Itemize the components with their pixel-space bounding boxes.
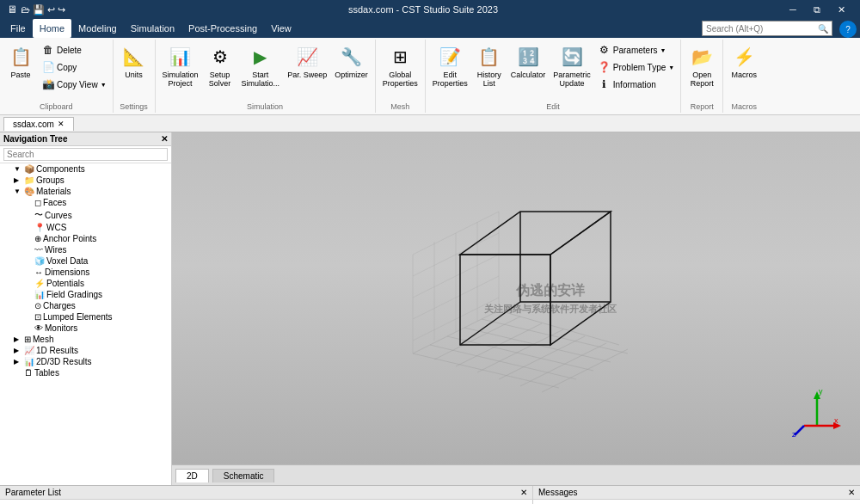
optimizer-button[interactable]: 🔧 Optimizer <box>331 41 372 81</box>
copy-view-button[interactable]: 📸 Copy View ▼ <box>39 76 109 93</box>
param-panel-close[interactable]: ✕ <box>520 488 527 497</box>
doc-tab-close[interactable]: ✕ <box>58 120 64 128</box>
nav-item-charges[interactable]: ⊙ Charges <box>0 300 171 311</box>
restore-button[interactable]: ⧉ <box>805 0 829 19</box>
start-simulation-button[interactable]: ▶ StartSimulatio... <box>238 41 284 89</box>
nav-item-monitors[interactable]: 👁 Monitors <box>0 323 171 334</box>
simulation-project-button[interactable]: 📊 SimulationProject <box>159 41 202 89</box>
parametric-update-button[interactable]: 🔄 ParametricUpdate <box>550 41 594 89</box>
nav-item-dimensions[interactable]: ↔ Dimensions <box>0 267 171 278</box>
calculator-button[interactable]: 🔢 Calculator <box>507 41 550 81</box>
mesh-icon: ⊞ <box>24 335 31 344</box>
units-button[interactable]: 📐 Units <box>117 41 151 81</box>
anchor-points-label: Anchor Points <box>43 234 96 243</box>
par-sweep-button[interactable]: 📈 Par. Sweep <box>284 41 330 81</box>
parameters-button[interactable]: ⚙ Parameters ▼ <box>595 41 677 58</box>
nav-item-potentials[interactable]: ⚡ Potentials <box>0 278 171 289</box>
information-button[interactable]: ℹ Information <box>595 76 677 93</box>
doc-tab-ssdax[interactable]: ssdax.com ✕ <box>3 117 74 131</box>
qa-save[interactable]: 💾 <box>33 4 45 15</box>
setup-solver-label: SetupSolver <box>209 71 231 88</box>
nav-item-faces[interactable]: ◻ Faces <box>0 197 171 208</box>
menu-simulation[interactable]: Simulation <box>124 19 181 38</box>
mesh-buttons: ⊞ GlobalProperties <box>379 41 421 101</box>
svg-line-0 <box>413 353 559 388</box>
potentials-icon: ⚡ <box>34 279 45 288</box>
open-report-button[interactable]: 📂 OpenReport <box>685 41 719 89</box>
global-properties-button[interactable]: ⊞ GlobalProperties <box>379 41 421 89</box>
setup-solver-button[interactable]: ⚙ SetupSolver <box>203 41 237 89</box>
menu-postprocessing[interactable]: Post-Processing <box>181 19 264 38</box>
delete-button[interactable]: 🗑 Delete <box>39 41 109 58</box>
history-list-button[interactable]: 📋 HistoryList <box>472 41 507 89</box>
menu-file[interactable]: File <box>3 19 33 38</box>
menu-home[interactable]: Home <box>33 19 71 38</box>
2d3d-results-icon: 📊 <box>24 357 34 366</box>
qa-open[interactable]: 🗁 <box>21 4 30 15</box>
svg-line-26 <box>460 302 520 345</box>
svg-marker-25 <box>550 212 611 345</box>
paste-label: Paste <box>10 71 30 79</box>
help-button[interactable]: ? <box>839 21 857 38</box>
viewport-canvas[interactable]: 伪逃的安详关注网络与系统软件开发者社区 <box>172 132 860 464</box>
msg-panel-close[interactable]: ✕ <box>848 488 855 497</box>
vp-tab-2d[interactable]: 2D <box>175 469 209 482</box>
problem-type-button[interactable]: ❓ Problem Type ▼ <box>595 58 677 76</box>
menu-modeling[interactable]: Modeling <box>71 19 124 38</box>
materials-icon: 🎨 <box>24 187 34 196</box>
par-sweep-icon: 📈 <box>293 43 321 71</box>
svg-line-7 <box>434 317 520 360</box>
nav-search-input[interactable] <box>3 148 168 161</box>
search-input[interactable] <box>706 24 818 34</box>
edit-buttons: 📝 EditProperties 📋 HistoryList 🔢 Calcula… <box>429 41 678 101</box>
nav-item-anchor-points[interactable]: ⊕ Anchor Points <box>0 233 171 244</box>
nav-item-voxel-data[interactable]: 🧊 Voxel Data <box>0 255 171 267</box>
delete-icon: 🗑 <box>41 43 55 57</box>
nav-item-curves[interactable]: 〜 Curves <box>0 208 171 222</box>
nav-item-field-gradings[interactable]: 📊 Field Gradings <box>0 289 171 300</box>
param-panel-title: Parameter List <box>5 488 61 497</box>
nav-item-tables[interactable]: 🗒 Tables <box>0 367 171 378</box>
units-icon: 📐 <box>120 43 148 71</box>
svg-line-5 <box>499 310 619 345</box>
document-tabbar: ssdax.com ✕ <box>0 115 860 132</box>
clipboard-col: 🗑 Delete 📄 Copy 📸 Copy View ▼ <box>39 41 109 93</box>
menu-view[interactable]: View <box>264 19 298 38</box>
param-panel-header: Parameter List ✕ <box>0 486 532 500</box>
delete-label: Delete <box>57 46 82 55</box>
nav-item-2d3d-results[interactable]: ▶ 📊 2D/3D Results <box>0 356 171 367</box>
faces-icon: ◻ <box>34 198 41 207</box>
nav-item-lumped-elements[interactable]: ⊡ Lumped Elements <box>0 311 171 323</box>
param-toolbar: ▼ <box>0 500 532 504</box>
copy-view-arrow: ▼ <box>101 82 107 88</box>
2d3d-results-label: 2D/3D Results <box>36 357 91 366</box>
nav-item-components[interactable]: ▼ 📦 Components <box>0 163 171 175</box>
nav-item-groups[interactable]: ▶ 📁 Groups <box>0 175 171 186</box>
report-buttons: 📂 OpenReport <box>685 41 719 101</box>
wires-icon: 〰 <box>34 245 43 255</box>
information-label: Information <box>613 80 656 89</box>
cube-container <box>387 186 645 411</box>
nav-item-wcs[interactable]: 📍 WCS <box>0 222 171 233</box>
qa-redo[interactable]: ↪ <box>58 4 65 15</box>
edit-properties-button[interactable]: 📝 EditProperties <box>429 41 471 89</box>
nav-item-materials[interactable]: ▼ 🎨 Materials <box>0 186 171 197</box>
nav-item-1d-results[interactable]: ▶ 📈 1D Results <box>0 345 171 356</box>
ribbon-group-simulation: 📊 SimulationProject ⚙ SetupSolver ▶ Star… <box>156 40 376 113</box>
minimize-button[interactable]: ─ <box>781 0 805 19</box>
qa-undo[interactable]: ↩ <box>47 4 55 15</box>
close-button[interactable]: ✕ <box>829 0 853 19</box>
vp-tab-schematic[interactable]: Schematic <box>212 469 275 482</box>
lumped-elements-label: Lumped Elements <box>43 312 113 322</box>
macros-button[interactable]: ⚡ Macros <box>727 41 761 81</box>
svg-line-2 <box>447 336 593 371</box>
app-icon: 🖥 <box>7 3 17 15</box>
paste-button[interactable]: 📋 Paste <box>3 41 38 81</box>
copy-button[interactable]: 📄 Copy <box>39 58 109 76</box>
search-box-container: 🔍 <box>702 21 832 36</box>
nav-item-wires[interactable]: 〰 Wires <box>0 244 171 255</box>
nav-item-mesh[interactable]: ▶ ⊞ Mesh <box>0 334 171 345</box>
open-report-icon: 📂 <box>688 43 716 71</box>
simulation-group-label: Simulation <box>159 101 372 111</box>
nav-tree-close[interactable]: ✕ <box>161 134 168 144</box>
